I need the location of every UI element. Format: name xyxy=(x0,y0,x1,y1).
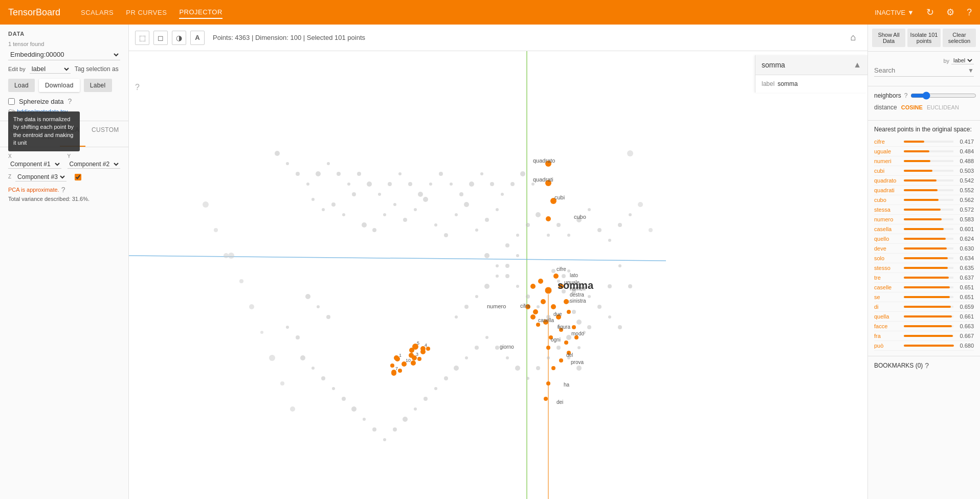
show-all-data-button[interactable]: Show All Data xyxy=(872,29,905,47)
clear-selection-button[interactable]: Clear selection xyxy=(943,29,976,47)
projection-canvas[interactable]: ⬚ ◻ ◑ A Points: 4363 | Dimension: 100 | … xyxy=(129,25,867,499)
label-button[interactable]: Label xyxy=(84,79,112,92)
edit-by-label: Edit by xyxy=(8,66,26,72)
nn-item-name[interactable]: cubi xyxy=(874,168,901,174)
scatter-svg[interactable]: quadrato quadrati cubi cubo cifre lato u… xyxy=(129,51,867,499)
download-button[interactable]: Download xyxy=(39,79,80,92)
cosine-distance-option[interactable]: COSINE xyxy=(901,104,923,110)
nn-item-name[interactable]: numeri xyxy=(874,158,901,164)
neighbors-help-icon[interactable]: ? xyxy=(904,92,908,99)
data-section-title: DATA xyxy=(8,31,120,37)
nn-item-name[interactable]: uguale xyxy=(874,148,901,154)
nn-item-name[interactable]: cifre xyxy=(874,139,901,145)
nn-item-name[interactable]: quadrati xyxy=(874,187,901,193)
selection-rect-icon[interactable]: ⬚ xyxy=(135,31,149,45)
tensor-select[interactable]: Embedding:00000 xyxy=(8,49,120,60)
x-component-select[interactable]: Component #1 xyxy=(8,160,61,169)
nav-scalars[interactable]: SCALARS xyxy=(81,7,114,18)
svg-point-137 xyxy=(516,254,519,257)
svg-text:figura: figura xyxy=(558,324,570,330)
approx-help-icon[interactable]: ? xyxy=(61,186,65,194)
tab-custom[interactable]: CUSTOM xyxy=(85,121,125,147)
nn-item-name[interactable]: può xyxy=(874,343,901,349)
svg-point-90 xyxy=(347,183,350,186)
svg-text:cifra: cifra xyxy=(520,303,530,309)
approx-message: PCA is approximate. ? xyxy=(8,186,120,194)
nn-bar-fill xyxy=(904,170,932,172)
bookmarks-help-icon[interactable]: ? xyxy=(925,361,929,370)
nn-item-name[interactable]: quadrato xyxy=(874,177,901,184)
svg-point-59 xyxy=(576,366,582,371)
nn-item-name[interactable]: deve xyxy=(874,245,901,252)
selection-lasso-icon[interactable]: ◻ xyxy=(153,31,168,45)
inactive-dropdown[interactable]: INACTIVE ▼ xyxy=(875,9,914,16)
edit-by-select[interactable]: label xyxy=(30,64,71,74)
nn-bar-fill xyxy=(904,277,949,279)
svg-point-127 xyxy=(576,320,582,325)
nn-item-name[interactable]: fra xyxy=(874,333,901,339)
label-mode-icon[interactable]: A xyxy=(190,31,205,45)
z-checkbox[interactable] xyxy=(75,174,81,180)
refresh-icon[interactable]: ↻ xyxy=(926,7,934,18)
nn-item-name[interactable]: quella xyxy=(874,313,901,320)
nn-item-name[interactable]: stesso xyxy=(874,265,901,271)
nn-list-item: numero 0.583 xyxy=(874,215,974,224)
nn-item-name[interactable]: quello xyxy=(874,236,901,242)
settings-icon[interactable]: ⚙ xyxy=(946,7,954,18)
svg-point-13 xyxy=(414,208,417,211)
sphereize-checkbox[interactable] xyxy=(8,98,15,105)
nav-projector[interactable]: PROJECTOR xyxy=(179,6,222,19)
nn-item-score: 0.583 xyxy=(956,216,974,222)
nn-item-name[interactable]: caselle xyxy=(874,284,901,290)
nn-list-item: di 0.659 xyxy=(874,302,974,312)
svg-text:1: 1 xyxy=(399,353,402,358)
canvas-help-icon[interactable]: ? xyxy=(135,83,140,92)
svg-point-35 xyxy=(484,253,489,258)
popup-close-icon[interactable]: ▲ xyxy=(853,60,861,70)
nn-bar-background xyxy=(904,179,953,182)
z-component-select[interactable]: Component #3 xyxy=(15,173,66,182)
svg-point-83 xyxy=(275,151,280,156)
nn-item-name[interactable]: se xyxy=(874,294,901,300)
svg-point-122 xyxy=(551,269,555,273)
nn-item-name[interactable]: numero xyxy=(874,216,901,222)
sphereize-help-icon[interactable]: ? xyxy=(68,97,72,105)
nn-item-name[interactable]: stessa xyxy=(874,207,901,213)
svg-point-114 xyxy=(280,381,284,385)
svg-point-33 xyxy=(618,223,622,227)
svg-point-88 xyxy=(327,162,330,165)
nav-pr-curves[interactable]: PR CURVES xyxy=(126,7,167,18)
help-icon[interactable]: ? xyxy=(967,7,972,18)
nn-item-name[interactable]: facce xyxy=(874,323,901,329)
neighbors-slider[interactable] xyxy=(910,92,976,100)
svg-point-37 xyxy=(505,274,509,278)
search-dropdown-icon[interactable]: ▼ xyxy=(968,67,974,74)
svg-text:del: del xyxy=(566,352,573,358)
y-component-select[interactable]: Component #2 xyxy=(68,160,121,169)
svg-point-15 xyxy=(434,223,437,226)
nn-item-name[interactable]: tre xyxy=(874,275,901,281)
search-input[interactable] xyxy=(874,66,968,74)
night-mode-icon[interactable]: ◑ xyxy=(172,31,186,45)
svg-point-36 xyxy=(496,264,499,267)
euclidean-distance-option[interactable]: EUCLIDEAN xyxy=(927,104,959,110)
nn-bar-fill xyxy=(904,335,953,337)
load-button[interactable]: Load xyxy=(8,79,35,92)
nn-bar-fill xyxy=(904,296,950,298)
by-label-select[interactable]: label xyxy=(951,57,974,64)
svg-point-30 xyxy=(588,208,591,211)
home-button[interactable]: ⌂ xyxy=(845,30,861,46)
svg-point-34 xyxy=(629,213,632,216)
scatter-plot-area[interactable]: ? xyxy=(129,51,867,499)
svg-point-142 xyxy=(464,305,469,309)
nn-item-name[interactable]: cubo xyxy=(874,197,901,203)
svg-point-118 xyxy=(224,253,229,258)
nn-item-name[interactable]: solo xyxy=(874,255,901,261)
svg-text:7: 7 xyxy=(395,366,398,371)
svg-point-26 xyxy=(547,234,550,237)
nn-item-name[interactable]: casella xyxy=(874,226,901,232)
svg-point-131 xyxy=(562,274,566,278)
isolate-points-button[interactable]: Isolate 101 points xyxy=(907,29,941,47)
svg-point-61 xyxy=(317,305,320,308)
nn-item-name[interactable]: di xyxy=(874,304,901,310)
